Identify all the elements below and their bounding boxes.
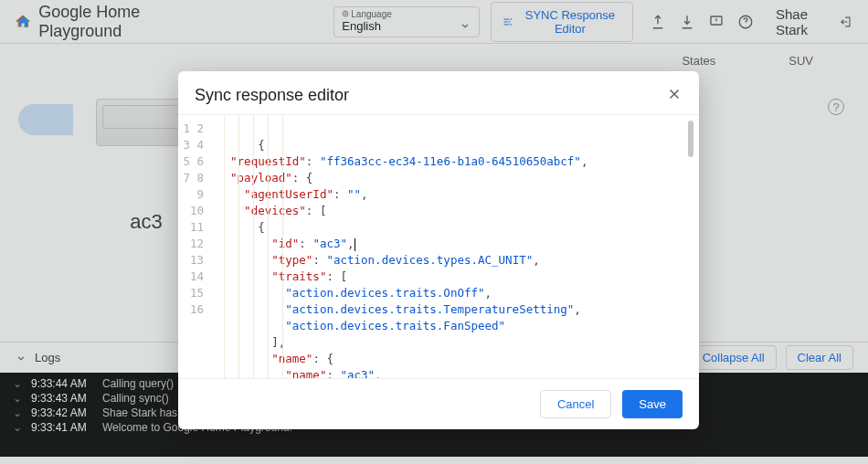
cancel-button[interactable]: Cancel <box>540 390 611 418</box>
modal-title: Sync response editor <box>195 86 349 105</box>
line-gutter: 1 2 3 4 5 6 7 8 9 10 11 12 13 14 15 16 <box>178 115 209 378</box>
close-icon[interactable] <box>666 86 683 105</box>
sync-response-modal: Sync response editor 1 2 3 4 5 6 7 8 9 1… <box>178 71 699 429</box>
code-editor[interactable]: 1 2 3 4 5 6 7 8 9 10 11 12 13 14 15 16 {… <box>178 114 699 379</box>
text-cursor <box>355 238 355 251</box>
code-content[interactable]: { "requestId": "ff36a3cc-ec34-11e6-b1a0-… <box>209 115 595 378</box>
modal-footer: Cancel Save <box>178 379 699 429</box>
save-button[interactable]: Save <box>622 390 683 418</box>
modal-header: Sync response editor <box>178 71 699 114</box>
